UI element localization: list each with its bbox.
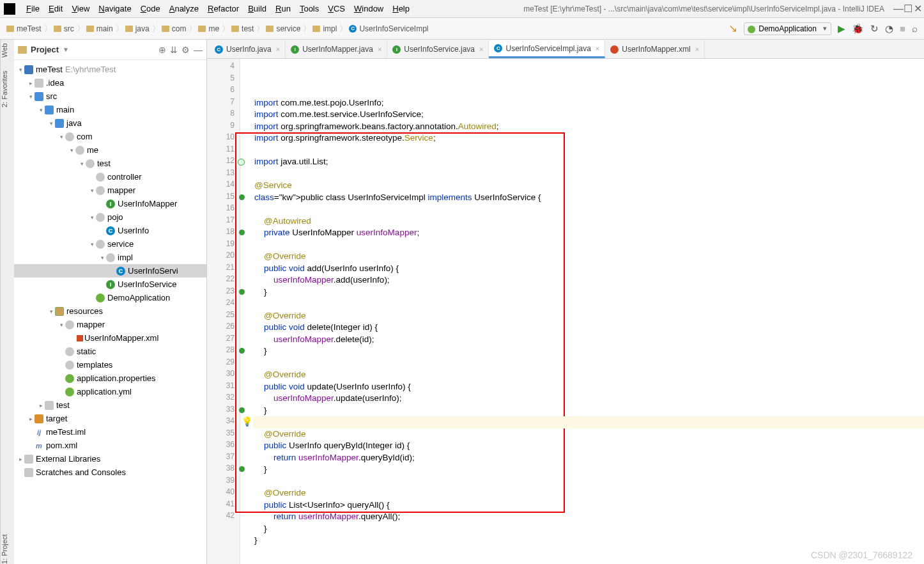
close-icon[interactable]: ×	[479, 45, 483, 53]
tree-demoapplication[interactable]: DemoApplication	[14, 291, 206, 304]
line-number[interactable]: 20	[207, 251, 235, 263]
profiler-icon[interactable]: ◔	[885, 23, 893, 35]
crumb-UserInfoServiceImpl[interactable]: CUserInfoServiceImpl	[349, 24, 428, 33]
line-number[interactable]: 9	[207, 121, 235, 133]
menu-run[interactable]: Run	[271, 4, 295, 13]
tab-userinfo-java[interactable]: CUserInfo.java×	[210, 40, 286, 58]
line-number[interactable]: 19	[207, 239, 235, 251]
tree-userinfo[interactable]: CUserInfo	[14, 224, 206, 237]
tree-pojo[interactable]: ▾pojo	[14, 210, 206, 224]
tree-mapper[interactable]: ▾mapper	[14, 184, 206, 197]
build-icon[interactable]: ↘	[728, 22, 737, 35]
line-number[interactable]: 26	[207, 322, 235, 334]
line-number[interactable]: 32	[207, 393, 235, 405]
strip-web[interactable]: Web	[1, 43, 14, 58]
tree-metest-iml[interactable]: ijmeTest.iml	[14, 425, 206, 439]
bulb-icon[interactable]: 💡	[242, 416, 252, 427]
crumb-service[interactable]: service	[266, 24, 300, 33]
tree-userinfoservi[interactable]: CUserInfoServi	[14, 264, 206, 278]
line-number[interactable]: 36	[207, 440, 235, 452]
line-number[interactable]: 25	[207, 310, 235, 322]
crumb-impl[interactable]: impl	[312, 24, 337, 33]
tree-resources[interactable]: ▾resources	[14, 304, 206, 318]
run-icon[interactable]: ▶	[838, 23, 845, 35]
menu-refactor[interactable]: Refactor	[203, 4, 243, 13]
code-area[interactable]: import com.me.test.pojo.UserInfo; import…	[253, 59, 924, 564]
editor-body[interactable]: 4567891011121314151617181920212223242526…	[207, 59, 924, 564]
menu-navigate[interactable]: Navigate	[94, 4, 135, 13]
tree-com[interactable]: ▾com	[14, 130, 206, 143]
menu-vcs[interactable]: VCS	[323, 4, 350, 13]
tree-test[interactable]: ▸test	[14, 398, 206, 412]
menu-file[interactable]: File	[22, 4, 44, 13]
tree-mapper[interactable]: ▾mapper	[14, 318, 206, 331]
debug-icon[interactable]: 🐞	[852, 23, 864, 35]
line-number[interactable]: 21	[207, 263, 235, 275]
tab-userinfoserviceimpl-java[interactable]: CUserInfoServiceImpl.java×	[489, 40, 605, 58]
tree-java[interactable]: ▾java	[14, 116, 206, 130]
tool-window-strip-left[interactable]: 1: Project 2: Favorites Web	[0, 40, 14, 564]
line-number[interactable]: 41	[207, 499, 235, 512]
tree-templates[interactable]: templates	[14, 358, 206, 372]
line-number[interactable]: 31	[207, 381, 235, 393]
crumb-test[interactable]: test	[231, 24, 254, 33]
chevron-down-icon[interactable]: ▼	[63, 46, 69, 53]
crumb-me[interactable]: me	[198, 24, 219, 33]
line-number[interactable]: 5	[207, 74, 235, 86]
run-config-select[interactable]: DemoApplication	[744, 22, 831, 35]
close-icon[interactable]: ✕	[910, 3, 920, 15]
line-number[interactable]: 6	[207, 85, 235, 97]
tab-userinfomapper-xml[interactable]: UserInfoMapper.xml×	[605, 40, 705, 58]
tree-test[interactable]: ▾test	[14, 157, 206, 170]
run-with-coverage-icon[interactable]: ↻	[870, 23, 879, 35]
crumb-com[interactable]: com	[162, 24, 187, 33]
crumb-meTest[interactable]: meTest	[6, 24, 42, 33]
tree-impl[interactable]: ▾impl	[14, 251, 206, 264]
menu-tools[interactable]: Tools	[295, 4, 323, 13]
line-number[interactable]: 22	[207, 274, 235, 286]
line-number[interactable]: 37	[207, 452, 235, 464]
tree-me[interactable]: ▾me	[14, 143, 206, 157]
tree-controller[interactable]: controller	[14, 170, 206, 184]
tree-src[interactable]: ▾src	[14, 90, 206, 103]
menu-build[interactable]: Build	[243, 4, 271, 13]
search-icon[interactable]: ⌕	[912, 23, 918, 34]
menu-help[interactable]: Help	[388, 4, 414, 13]
project-tree[interactable]: ▾meTestE:\yhr\meTest▸.idea▾src▾main▾java…	[14, 60, 206, 564]
crumb-main[interactable]: main	[86, 24, 113, 33]
gear-icon[interactable]: ⚙	[181, 45, 190, 55]
tree-main[interactable]: ▾main	[14, 103, 206, 116]
line-number[interactable]: 33	[207, 405, 235, 417]
line-number[interactable]: 18	[207, 227, 235, 239]
menu-window[interactable]: Window	[350, 4, 388, 13]
line-number[interactable]: 4	[207, 61, 235, 74]
line-number[interactable]: 39	[207, 476, 235, 488]
close-icon[interactable]: ×	[695, 45, 699, 53]
minimize-icon[interactable]: —	[889, 3, 900, 15]
tree-userinfomapper[interactable]: IUserInfoMapper	[14, 197, 206, 210]
line-number[interactable]: 28	[207, 345, 235, 357]
line-number[interactable]: 12	[207, 156, 235, 168]
line-number[interactable]: 40	[207, 487, 235, 499]
line-number[interactable]: 8	[207, 109, 235, 121]
line-number[interactable]: 7	[207, 97, 235, 109]
stop-icon[interactable]: ■	[900, 23, 905, 34]
line-number[interactable]: 17	[207, 215, 235, 228]
crumb-src[interactable]: src	[54, 24, 74, 33]
line-number[interactable]: 10	[207, 132, 235, 145]
line-number[interactable]: 42	[207, 511, 235, 523]
line-number[interactable]: 24	[207, 298, 235, 310]
menu-edit[interactable]: Edit	[44, 4, 67, 13]
tree-scratches-and-consoles[interactable]: Scratches and Consoles	[14, 466, 206, 479]
close-icon[interactable]: ×	[596, 45, 599, 52]
strip-favorites[interactable]: 2: Favorites	[1, 70, 14, 107]
hide-icon[interactable]: —	[194, 45, 203, 55]
line-number[interactable]: 16	[207, 203, 235, 215]
menu-analyze[interactable]: Analyze	[165, 4, 203, 13]
close-icon[interactable]: ×	[276, 45, 280, 53]
line-number[interactable]: 30	[207, 369, 235, 381]
line-number[interactable]: 29	[207, 357, 235, 370]
tree-pom-xml[interactable]: mpom.xml	[14, 439, 206, 452]
tree-target[interactable]: ▸target	[14, 412, 206, 425]
locate-icon[interactable]: ⊕	[158, 45, 166, 55]
